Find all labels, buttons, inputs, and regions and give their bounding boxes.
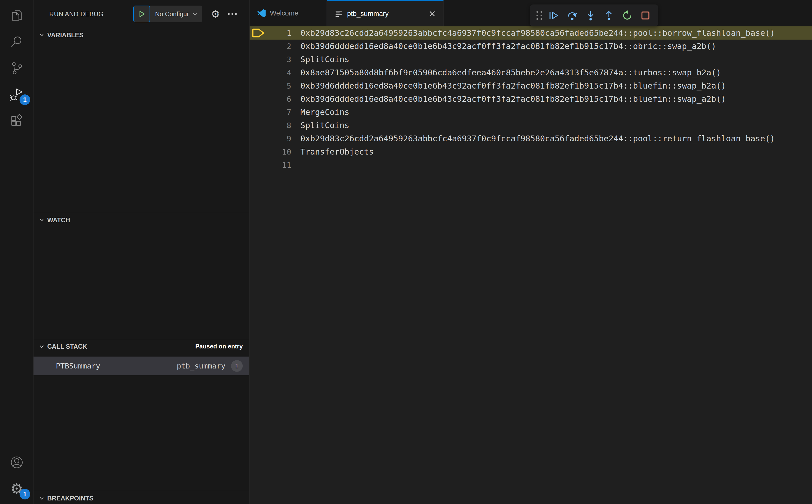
stop-button[interactable] — [636, 6, 655, 25]
stack-frame-name: PTBSummary — [56, 362, 100, 370]
code-line-text[interactable]: 0x8ae871505a80d8bf6bf9c05906cda6edfeea46… — [291, 68, 721, 77]
gripper-icon — [536, 10, 543, 21]
activity-item-extensions[interactable] — [0, 108, 33, 134]
section-label: BREAKPOINTS — [47, 495, 93, 502]
watch-section-header[interactable]: WATCH — [34, 213, 249, 227]
debug-config-dropdown[interactable]: No Configur — [150, 6, 202, 22]
code-line-text[interactable]: 0xb39d6dddedd16ed8a40ce0b1e6b43c92acf0ff… — [291, 94, 726, 104]
vscode-logo-icon — [257, 9, 266, 18]
tab-ptb-summary[interactable]: ptb_summary — [327, 0, 444, 26]
stack-frame-badge: 1 — [231, 360, 243, 372]
line-number: 4 — [267, 68, 291, 77]
line-number: 1 — [267, 29, 291, 38]
code-line-row: 4 0x8ae871505a80d8bf6bf9c05906cda6edfeea… — [249, 66, 812, 79]
breakpoint-gutter[interactable] — [249, 94, 267, 104]
variables-section: VARIABLES — [34, 28, 249, 213]
debug-count-badge: 1 — [20, 94, 30, 105]
code-line-text[interactable]: TransferObjects — [291, 147, 374, 157]
activity-item-explorer[interactable] — [0, 2, 33, 28]
restart-button[interactable] — [618, 6, 636, 25]
debug-launch-control: No Configur — [133, 6, 202, 22]
code-line-text[interactable]: 0xb29d83c26cdd2a64959263abbcfc4a6937f0c9… — [291, 28, 775, 38]
chevron-down-icon — [39, 495, 45, 501]
toolbar-drag-handle[interactable] — [534, 10, 545, 21]
activity-bar: 1 ⚙ 1 — [0, 0, 34, 504]
stack-frame-meta: ptb_summary 1 — [177, 360, 243, 372]
stack-frame-source: ptb_summary — [177, 362, 225, 370]
gear-icon: ⚙ — [211, 9, 220, 19]
breakpoint-gutter[interactable] — [249, 54, 267, 64]
debug-config-value: No Configur — [155, 10, 189, 18]
debug-current-line-pointer-icon — [252, 28, 265, 38]
debug-restart-icon — [622, 10, 633, 21]
call-stack-section-header[interactable]: CALL STACK Paused on entry — [34, 339, 249, 354]
start-debugging-button[interactable] — [133, 6, 150, 22]
code-line-row: 2 0xb39d6dddedd16ed8a40ce0b1e6b43c92acf0… — [249, 40, 812, 53]
debug-step-over-icon — [567, 10, 578, 21]
manage-settings-button[interactable]: ⚙ 1 — [0, 476, 33, 502]
line-number: 3 — [267, 55, 291, 64]
code-line-text[interactable]: SplitCoins — [291, 55, 349, 64]
sidebar-title: RUN AND DEBUG — [49, 10, 104, 18]
chevron-down-icon — [39, 32, 45, 38]
code-line-text[interactable]: MergeCoins — [291, 107, 349, 117]
call-stack-frame-row[interactable]: PTBSummary ptb_summary 1 — [34, 357, 249, 375]
code-line-row: 11 — [249, 158, 812, 172]
code-line-row: 6 0xb39d6dddedd16ed8a40ce0b1e6b43c92acf0… — [249, 92, 812, 106]
breakpoints-section-header[interactable]: BREAKPOINTS — [34, 491, 249, 504]
list-file-icon — [334, 9, 343, 18]
tab-label: ptb_summary — [347, 10, 389, 18]
ellipsis-icon — [227, 12, 237, 15]
account-icon — [9, 455, 24, 470]
breakpoint-gutter[interactable] — [249, 147, 267, 157]
step-out-button[interactable] — [600, 6, 618, 25]
breakpoint-gutter[interactable] — [249, 160, 267, 170]
extensions-icon — [9, 113, 24, 128]
close-tab-button[interactable] — [429, 10, 436, 17]
code-editor[interactable]: 1 0xb29d83c26cdd2a64959263abbcfc4a6937f0… — [249, 26, 812, 504]
accounts-button[interactable] — [0, 449, 33, 476]
activity-item-source-control[interactable] — [0, 55, 33, 81]
line-number: 5 — [267, 81, 291, 90]
breakpoint-gutter[interactable] — [249, 41, 267, 51]
close-icon — [429, 10, 436, 17]
code-line-row: 7 MergeCoins — [249, 106, 812, 119]
vscode-window: 1 ⚙ 1 — [0, 0, 812, 504]
code-line-text[interactable]: 0xb39d6dddedd16ed8a40ce0b1e6b43c92acf0ff… — [291, 81, 726, 91]
code-line-text[interactable]: 0xb29d83c26cdd2a64959263abbcfc4a6937f0c9… — [291, 134, 775, 143]
code-line-text[interactable]: SplitCoins — [291, 121, 349, 130]
debug-settings-gear-button[interactable]: ⚙ — [211, 9, 220, 19]
breakpoint-gutter[interactable] — [249, 28, 267, 38]
breakpoint-gutter[interactable] — [249, 107, 267, 117]
code-line-row: 8 SplitCoins — [249, 119, 812, 132]
chevron-down-icon — [192, 11, 197, 17]
call-stack-section: CALL STACK Paused on entry PTBSummary pt… — [34, 339, 249, 491]
section-label: CALL STACK — [47, 343, 87, 350]
breakpoint-gutter[interactable] — [249, 120, 267, 130]
code-line-text[interactable]: 0xb39d6dddedd16ed8a40ce0b1e6b43c92acf0ff… — [291, 41, 716, 51]
line-number: 7 — [267, 108, 291, 117]
breakpoint-gutter[interactable] — [249, 68, 267, 78]
code-line-row: 3 SplitCoins — [249, 53, 812, 66]
activity-item-search[interactable] — [0, 28, 33, 55]
tab-welcome[interactable]: Welcome — [249, 0, 327, 26]
debug-toolbar — [530, 5, 658, 26]
activity-bar-top: 1 — [0, 0, 33, 134]
debug-continue-icon — [549, 10, 559, 21]
code-line-row: 1 0xb29d83c26cdd2a64959263abbcfc4a6937f0… — [249, 26, 812, 40]
views-more-actions-button[interactable] — [227, 12, 237, 15]
source-control-icon — [9, 61, 24, 75]
code-line-row: 10 TransferObjects — [249, 145, 812, 158]
step-into-button[interactable] — [582, 6, 600, 25]
line-number: 8 — [267, 121, 291, 130]
breakpoint-gutter[interactable] — [249, 81, 267, 91]
line-number: 2 — [267, 42, 291, 51]
line-number: 10 — [267, 147, 291, 156]
step-over-button[interactable] — [563, 6, 582, 25]
sidebar-header: RUN AND DEBUG No Configur ⚙ — [34, 0, 249, 28]
breakpoint-gutter[interactable] — [249, 133, 267, 144]
variables-section-header[interactable]: VARIABLES — [34, 28, 249, 42]
activity-item-run-and-debug[interactable]: 1 — [0, 81, 33, 108]
line-number: 6 — [267, 95, 291, 104]
continue-button[interactable] — [545, 6, 563, 25]
